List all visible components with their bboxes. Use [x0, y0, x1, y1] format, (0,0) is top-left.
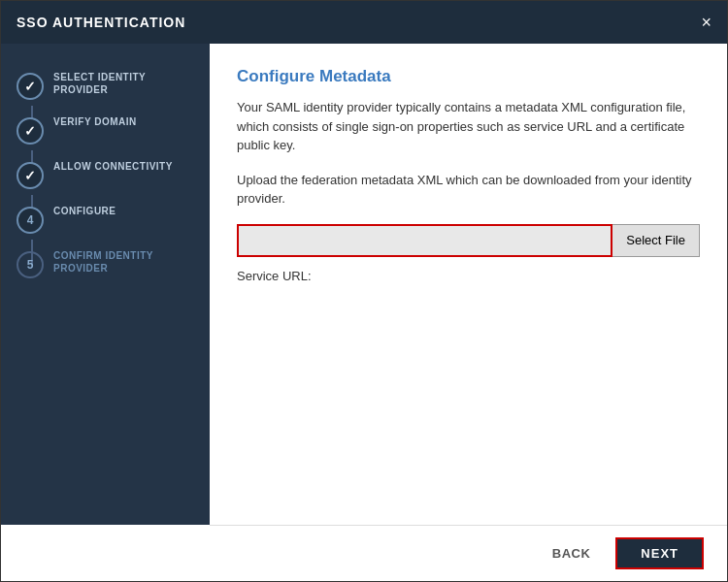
checkmark-icon-2: ✓ [24, 123, 36, 139]
back-button[interactable]: BACK [541, 540, 603, 566]
content-title: Configure Metadata [237, 67, 700, 86]
modal-body: ✓ SELECT IDENTITYPROVIDER ✓ VERIFY DOMAI… [1, 44, 727, 525]
next-button[interactable]: NEXT [615, 537, 704, 569]
step-circle-1: ✓ [17, 73, 44, 100]
modal-title: SSO AUTHENTICATION [17, 15, 185, 30]
sidebar-item-select-identity-provider: ✓ SELECT IDENTITYPROVIDER [1, 63, 210, 108]
file-path-input[interactable] [237, 224, 612, 257]
sso-authentication-modal: SSO AUTHENTICATION × ✓ SELECT IDENTITYPR… [0, 0, 728, 582]
step-label-3: ALLOW CONNECTIVITY [53, 160, 173, 173]
sidebar-item-allow-connectivity: ✓ ALLOW CONNECTIVITY [1, 152, 210, 197]
step-label-text-2: VERIFY DOMAIN [53, 115, 137, 128]
step-num-5: 5 [27, 258, 34, 272]
sidebar-item-confirm-identity-provider: 5 CONFIRM IDENTITYPROVIDER [1, 242, 210, 286]
sidebar-item-verify-domain: ✓ VERIFY DOMAIN [1, 108, 210, 152]
step-label-text-3: ALLOW CONNECTIVITY [53, 160, 173, 173]
step-num-4: 4 [27, 213, 34, 227]
modal-header: SSO AUTHENTICATION × [1, 1, 727, 44]
step-label-5: CONFIRM IDENTITYPROVIDER [53, 249, 153, 275]
checkmark-icon-1: ✓ [24, 79, 36, 94]
step-label-text-1: SELECT IDENTITYPROVIDER [53, 71, 146, 96]
step-label-text-5: CONFIRM IDENTITYPROVIDER [53, 249, 153, 275]
step-circle-2: ✓ [17, 117, 44, 145]
select-file-button[interactable]: Select File [612, 224, 700, 257]
sidebar: ✓ SELECT IDENTITYPROVIDER ✓ VERIFY DOMAI… [1, 44, 210, 525]
step-circle-4: 4 [17, 207, 44, 234]
service-url-label: Service URL: [237, 269, 700, 283]
step-label-text-4: CONFIGURE [53, 205, 116, 217]
close-button[interactable]: × [701, 14, 711, 31]
step-label-4: CONFIGURE [53, 205, 116, 217]
step-circle-3: ✓ [17, 162, 44, 189]
step-circle-5: 5 [17, 251, 44, 278]
modal-footer: BACK NEXT [210, 525, 727, 581]
file-upload-row: Select File [237, 224, 700, 257]
main-content: Configure Metadata Your SAML identity pr… [210, 44, 727, 525]
step-label-2: VERIFY DOMAIN [53, 115, 137, 128]
step-label-1: SELECT IDENTITYPROVIDER [53, 71, 146, 96]
checkmark-icon-3: ✓ [24, 168, 36, 183]
content-description-2: Upload the federation metadata XML which… [237, 171, 700, 209]
content-description-1: Your SAML identity provider typically co… [237, 98, 700, 155]
sidebar-item-configure: 4 CONFIGURE [1, 197, 210, 242]
